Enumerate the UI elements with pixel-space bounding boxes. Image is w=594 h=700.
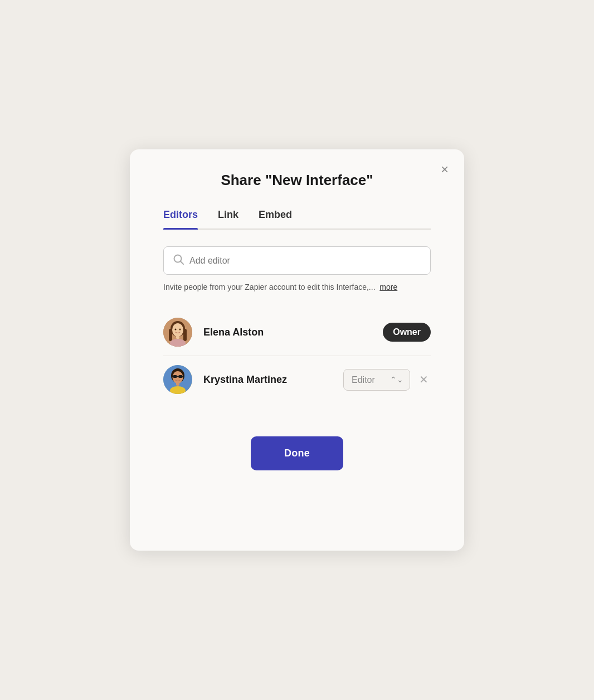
user-list: Elena Alston Owner bbox=[163, 309, 431, 403]
helper-text: Invite people from your Zapier account t… bbox=[163, 281, 431, 293]
role-select[interactable]: Editor Viewer bbox=[343, 369, 410, 391]
svg-point-6 bbox=[172, 323, 183, 337]
user-name: Krystina Martinez bbox=[203, 374, 343, 386]
editors-tab-content: Invite people from your Zapier account t… bbox=[163, 230, 431, 523]
avatar bbox=[163, 365, 192, 394]
svg-line-1 bbox=[181, 261, 183, 264]
svg-rect-19 bbox=[176, 382, 179, 386]
svg-rect-4 bbox=[169, 329, 172, 341]
more-link[interactable]: more bbox=[379, 283, 397, 291]
user-row: Krystina Martinez Editor Viewer ⌃⌄ ✕ bbox=[163, 356, 431, 403]
share-modal: × Share "New Interface" Editors Link Emb… bbox=[130, 149, 464, 551]
svg-rect-14 bbox=[173, 375, 177, 378]
owner-badge: Owner bbox=[383, 323, 431, 342]
svg-rect-5 bbox=[183, 329, 187, 341]
remove-user-button[interactable]: ✕ bbox=[417, 372, 431, 387]
user-row: Elena Alston Owner bbox=[163, 309, 431, 356]
search-box bbox=[163, 246, 431, 275]
tab-link[interactable]: Link bbox=[218, 209, 238, 229]
svg-rect-9 bbox=[176, 336, 179, 339]
search-input[interactable] bbox=[189, 256, 421, 266]
user-name: Elena Alston bbox=[203, 327, 383, 338]
svg-point-8 bbox=[179, 329, 181, 330]
tab-editors[interactable]: Editors bbox=[163, 209, 198, 229]
modal-title: Share "New Interface" bbox=[163, 172, 431, 189]
done-button[interactable]: Done bbox=[251, 436, 343, 470]
svg-point-7 bbox=[175, 329, 177, 330]
close-button[interactable]: × bbox=[439, 161, 451, 178]
avatar bbox=[163, 318, 192, 347]
search-icon bbox=[173, 254, 184, 268]
svg-rect-15 bbox=[178, 375, 183, 378]
role-select-wrap: Editor Viewer ⌃⌄ ✕ bbox=[343, 369, 431, 391]
role-select-container: Editor Viewer ⌃⌄ bbox=[343, 369, 410, 391]
tab-embed[interactable]: Embed bbox=[259, 209, 292, 229]
tab-bar: Editors Link Embed bbox=[163, 209, 431, 230]
